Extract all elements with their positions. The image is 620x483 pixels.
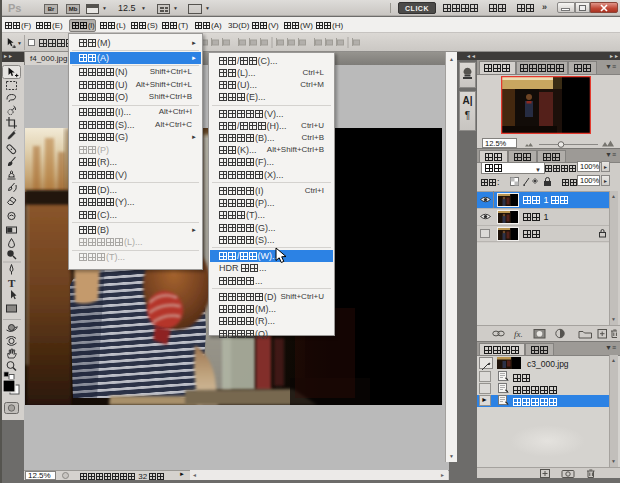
svg-text:fx.: fx. (514, 329, 523, 339)
svg-text:T: T (8, 277, 16, 289)
